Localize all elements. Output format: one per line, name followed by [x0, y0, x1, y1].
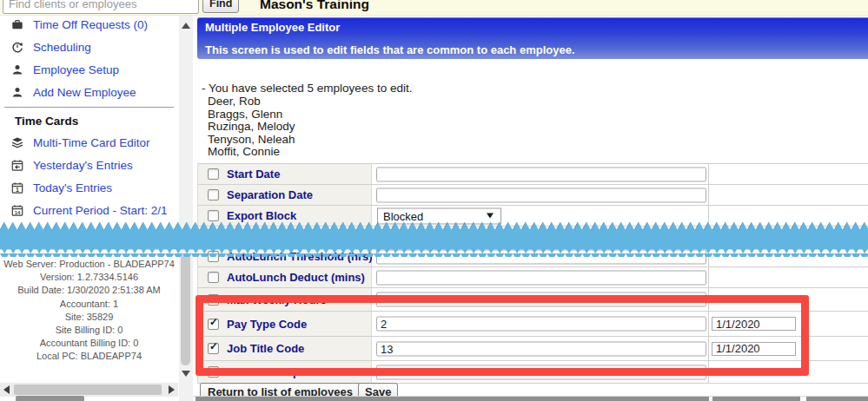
sidebar-item-label: Scheduling — [33, 41, 91, 54]
sidebar: Time Off Requests (0) Scheduling Employe… — [0, 15, 178, 401]
input-cell — [372, 247, 709, 266]
horizontal-scrollbar[interactable] — [0, 383, 178, 397]
label-cell: Separation Date — [198, 185, 372, 205]
scroll-right-icon[interactable] — [169, 385, 175, 394]
effective-date-input[interactable] — [712, 317, 796, 331]
effective-date-input[interactable] — [712, 342, 796, 356]
row-checkbox[interactable] — [208, 272, 219, 283]
sidebar-item-time-off-requests[interactable]: Time Off Requests (0) — [0, 13, 178, 36]
form-row-label: AutoLunch Deduct (mins) — [227, 271, 365, 284]
search-input[interactable] — [3, 0, 199, 14]
form-row-start-date: Start Date — [198, 164, 868, 185]
input-cell — [372, 164, 709, 184]
form-row-autolunch-deduct: AutoLunch Deduct (mins) — [198, 267, 868, 288]
calendar-14-icon: 14 — [10, 204, 23, 216]
server-info-line: Build Date: 1/30/2020 2:51:38 AM — [0, 284, 178, 297]
form-row-input[interactable] — [376, 249, 706, 264]
date-cell — [709, 164, 868, 184]
sidebar-item-label: Yesterday's Entries — [33, 159, 133, 172]
sidebar-section-time-cards: Time Cards — [0, 110, 178, 131]
selected-employees-text: - You have selected 5 employees to edit. — [202, 82, 412, 95]
date-cell — [709, 288, 868, 311]
label-cell: AutoLunch Threshold (hrs) — [198, 247, 372, 266]
form-row-input[interactable] — [376, 187, 706, 202]
bottom-scrollbar-fragment[interactable] — [195, 397, 709, 401]
sidebar-item-label: Multi-Time Card Editor — [33, 136, 150, 149]
person-icon — [10, 86, 23, 98]
editor-header-panel: Multiple Employee Editor This screen is … — [197, 17, 868, 59]
label-cell: Self service password — [198, 361, 372, 383]
sidebar-item-label: Employee Setup — [33, 63, 119, 76]
form-row-input[interactable] — [376, 365, 706, 379]
row-checkbox[interactable] — [208, 366, 219, 378]
panel-title: Multiple Employee Editor — [205, 21, 340, 34]
employee-name: Tenyson, Neleah — [208, 134, 295, 147]
sidebar-item-add-new-employee[interactable]: Add New Employee — [0, 81, 178, 103]
date-cell — [709, 185, 868, 205]
label-cell: Job Title Code — [198, 337, 372, 360]
form-row-self-service-password: Self service password — [198, 361, 868, 384]
form-row-label: Max Weekly Hours — [227, 293, 327, 306]
form-row-separation-date: Separation Date — [198, 185, 868, 206]
sidebar-item-current-period[interactable]: 14 Current Period - Start: 2/1 — [0, 199, 178, 221]
row-checkbox[interactable] — [208, 251, 219, 262]
input-cell — [372, 337, 709, 360]
label-cell: AutoLunch Deduct (mins) — [198, 267, 372, 287]
form-row-autolunch-threshold: AutoLunch Threshold (hrs) — [198, 247, 868, 267]
bottom-scrollbar-fragment[interactable] — [806, 397, 868, 401]
export-block-select[interactable]: Blocked — [377, 207, 501, 224]
form-row-input[interactable] — [376, 293, 706, 307]
scroll-up-icon[interactable] — [182, 23, 190, 29]
form-table-top: Start Date Separation Date — [197, 163, 868, 227]
form-row-pay-type-code: Pay Type Code — [198, 312, 868, 337]
sidebar-item-multi-time-card-editor[interactable]: Multi-Time Card Editor — [0, 131, 178, 154]
label-cell: Max Weekly Hours — [198, 288, 372, 311]
sidebar-item-yesterdays-entries[interactable]: Yesterday's Entries — [0, 154, 178, 176]
date-cell — [709, 337, 868, 360]
row-checkbox-checked[interactable] — [208, 319, 219, 330]
vertical-scrollbar-thumb[interactable] — [181, 254, 190, 365]
form-row-label: Start Date — [227, 168, 280, 181]
calendar-1-icon: 1 — [10, 181, 23, 194]
employee-name: Deer, Rob — [208, 95, 295, 108]
form-row-input[interactable] — [376, 270, 706, 285]
row-checkbox[interactable] — [208, 189, 219, 200]
main-content: Multiple Employee Editor This screen is … — [193, 15, 868, 401]
row-checkbox[interactable] — [208, 168, 219, 180]
sidebar-item-label: Add New Employee — [33, 86, 136, 99]
horizontal-scrollbar-thumb[interactable] — [14, 385, 162, 395]
sidebar-item-todays-entries[interactable]: 1 Today's Entries — [0, 176, 178, 199]
scroll-left-icon[interactable] — [3, 385, 10, 394]
date-cell — [709, 206, 868, 226]
sidebar-item-scheduling[interactable]: Scheduling — [0, 36, 178, 58]
label-cell: Start Date — [198, 164, 372, 184]
form-row-input[interactable] — [376, 317, 706, 332]
bottom-scrollbar-fragment[interactable] — [712, 397, 800, 401]
employee-list: Deer, Rob Braggs, Glenn Ruzinga, Melody … — [208, 95, 295, 159]
page-title: Mason's Training — [260, 0, 369, 12]
label-cell: Pay Type Code — [198, 312, 372, 336]
row-checkbox[interactable] — [208, 294, 219, 306]
sidebar-item-label: Today's Entries — [33, 181, 112, 194]
server-info-line: Local PC: BLADEAPP74 — [0, 350, 178, 363]
find-button[interactable]: Find — [202, 0, 239, 13]
date-cell — [709, 267, 868, 287]
form-row-input[interactable] — [376, 167, 706, 181]
sidebar-item-label: Time Off Requests (0) — [33, 18, 148, 31]
dropdown-arrow-icon — [487, 214, 494, 219]
date-cell — [709, 312, 868, 336]
vertical-scrollbar[interactable] — [179, 15, 193, 401]
server-info-line: Web Server: Production - BLADEAPP74 — [0, 258, 178, 271]
row-checkbox[interactable] — [208, 210, 219, 221]
sidebar-item-label: Current Period - Start: 2/1 — [33, 204, 168, 217]
server-info-line: Accountant: 1 — [0, 298, 178, 311]
form-row-job-title-code: Job Title Code — [198, 337, 868, 361]
sidebar-divider — [4, 107, 174, 108]
scroll-down-icon[interactable] — [182, 371, 190, 377]
form-row-max-weekly-hours: Max Weekly Hours — [198, 288, 868, 312]
sidebar-item-employee-setup[interactable]: Employee Setup — [0, 58, 178, 81]
form-row-label: Pay Type Code — [227, 318, 307, 331]
form-row-input[interactable] — [376, 341, 706, 356]
calendar-back-icon — [10, 159, 23, 171]
row-checkbox-checked[interactable] — [208, 343, 219, 354]
